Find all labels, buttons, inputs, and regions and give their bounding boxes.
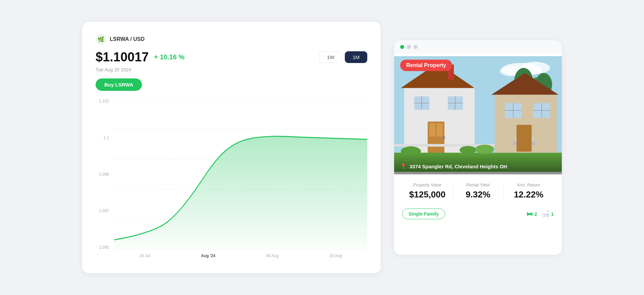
x-label-3: 08 Aug (266, 253, 278, 258)
token-name: LSRWA / USD (110, 36, 145, 42)
price-value: $1.10017 (96, 50, 149, 64)
dot-red (414, 45, 418, 49)
chart-area: 1.102 1.1 1.099 1.097 1.095 (96, 99, 367, 260)
dot-yellow (407, 45, 411, 49)
amenities: 🛏 2 🛁 1 (527, 210, 554, 218)
svg-point-30 (442, 136, 445, 139)
address-bar: 📍 3374 Spangler Rd, Cleveland Heights OH (394, 153, 562, 174)
svg-rect-43 (517, 125, 532, 152)
svg-text:🌿: 🌿 (98, 36, 104, 43)
bathrooms: 🛁 1 (542, 210, 554, 218)
x-label-4: 16 Aug (329, 253, 342, 258)
svg-point-46 (460, 146, 476, 154)
property-card: Rental Property 📍 3374 Spangler Rd, Clev… (394, 40, 562, 255)
token-header: 🌿 LSRWA / USD (96, 34, 367, 45)
bathrooms-count: 1 (551, 211, 554, 217)
stat-value-yield: 9.32% (466, 189, 490, 200)
price-row: $1.10017 + 10.16 % 1W 1M (96, 50, 367, 64)
stat-ann-return: Ann. Return 12.22% (503, 182, 554, 200)
property-type-badge[interactable]: Single Family (402, 209, 445, 219)
svg-rect-28 (429, 123, 435, 137)
x-label-1: 24 Jul (140, 253, 150, 258)
svg-rect-29 (437, 123, 443, 137)
svg-point-47 (475, 145, 494, 154)
chart-y-labels: 1.102 1.1 1.099 1.097 1.095 (96, 99, 112, 250)
y-label-5: 1.095 (99, 245, 109, 250)
price-change: + 10.16 % (154, 53, 185, 61)
stat-label-return: Ann. Return (517, 182, 540, 187)
price-chart-card: 🌿 LSRWA / USD $1.10017 + 10.16 % 1W 1M T… (82, 22, 381, 273)
price-date: Tue Aug 20 2024 (96, 67, 367, 72)
chart-x-labels: 24 Jul Aug '24 08 Aug 16 Aug (114, 251, 367, 260)
bath-icon: 🛁 (542, 210, 549, 218)
property-stats: Property Value $125,000 Rental Yield 9.3… (394, 174, 562, 205)
stat-value-return: 12.22% (514, 189, 543, 200)
property-address: 3374 Spangler Rd, Cleveland Heights OH (410, 164, 507, 169)
bed-icon: 🛏 (527, 211, 533, 218)
time-button-group: 1W 1M (319, 51, 367, 63)
stat-value-value: $125,000 (409, 189, 445, 200)
property-image: Rental Property 📍 3374 Spangler Rd, Clev… (394, 54, 562, 174)
stat-label-value: Property Value (413, 182, 441, 187)
stat-label-yield: Rental Yield (466, 182, 489, 187)
y-label-4: 1.097 (99, 209, 109, 213)
buy-button[interactable]: Buy LSRWA (96, 78, 142, 91)
location-icon: 📍 (400, 163, 407, 170)
window-dots (394, 40, 562, 54)
y-label-3: 1.099 (99, 172, 109, 177)
y-label-2: 1.1 (103, 135, 109, 140)
stat-property-value: Property Value $125,000 (402, 182, 452, 200)
bedrooms: 🛏 2 (527, 211, 537, 218)
stat-rental-yield: Rental Yield 9.32% (453, 182, 503, 200)
time-btn-1m[interactable]: 1M (345, 51, 367, 63)
chart-svg-container (114, 99, 367, 250)
bedrooms-count: 2 (534, 211, 537, 217)
property-footer: Single Family 🛏 2 🛁 1 (394, 205, 562, 226)
dot-green (400, 45, 404, 49)
time-btn-1w[interactable]: 1W (319, 51, 342, 63)
y-label-1: 1.102 (99, 99, 109, 104)
token-logo-icon: 🌿 (96, 34, 106, 45)
x-label-2: Aug '24 (201, 253, 215, 258)
rental-property-badge: Rental Property (400, 60, 452, 71)
